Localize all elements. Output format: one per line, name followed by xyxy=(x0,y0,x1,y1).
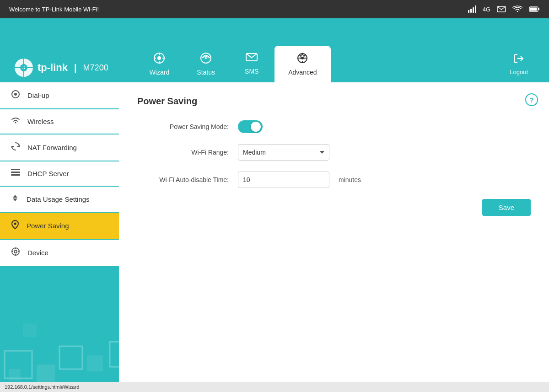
tab-sms-label: SMS xyxy=(245,68,258,75)
tab-sms[interactable]: SMS xyxy=(229,46,274,82)
tab-advanced[interactable]: Advanced xyxy=(274,46,330,82)
minutes-suffix: minutes xyxy=(339,176,361,183)
powersaving-icon xyxy=(11,220,19,231)
logout-icon xyxy=(513,53,524,67)
battery-icon xyxy=(529,6,540,12)
sidebar-item-device[interactable]: Device xyxy=(0,240,119,266)
wifi-range-row: Wi-Fi Range: Short Medium Long xyxy=(137,144,531,161)
auto-disable-time-row: Wi-Fi Auto-disable Time: minutes xyxy=(137,172,531,188)
dialup-icon xyxy=(11,90,20,101)
toggle-track xyxy=(238,120,263,133)
sidebar-item-wireless[interactable]: Wireless xyxy=(0,109,119,134)
svg-point-32 xyxy=(14,223,16,225)
auto-disable-time-input[interactable] xyxy=(238,172,329,188)
sidebar-item-powersaving[interactable]: Power Saving xyxy=(0,213,119,239)
header: tp-link | M7200 Wizard Status SMS xyxy=(0,18,549,82)
data-icon xyxy=(11,194,19,204)
dhcp-icon xyxy=(11,169,20,178)
sidebar-item-nat[interactable]: NAT Forwarding xyxy=(0,134,119,161)
svg-rect-27 xyxy=(11,169,20,170)
network-type: 4G xyxy=(483,6,490,13)
power-saving-mode-label: Power Saving Mode: xyxy=(137,123,229,130)
sidebar-item-nat-label: NAT Forwarding xyxy=(27,144,77,151)
sidebar-item-dialup-label: Dial-up xyxy=(27,91,49,99)
svg-rect-2 xyxy=(538,8,539,10)
content-panel: Power Saving ? Power Saving Mode: Wi-Fi … xyxy=(119,82,549,392)
url-bar: 192.168.0.1/settings.html#Wizard xyxy=(0,382,549,392)
status-icon xyxy=(200,52,212,67)
mail-icon xyxy=(497,6,506,12)
nav-tabs: Wizard Status SMS Advanced xyxy=(136,46,503,82)
logout-label: Logout xyxy=(510,69,528,75)
tab-wizard-label: Wizard xyxy=(150,69,170,76)
help-icon[interactable]: ? xyxy=(525,93,538,106)
wifi-range-label: Wi-Fi Range: xyxy=(137,149,229,156)
sidebar-item-data[interactable]: Data Usage Settings xyxy=(0,187,119,212)
sidebar-item-data-label: Data Usage Settings xyxy=(27,195,90,203)
wifi-range-select[interactable]: Short Medium Long xyxy=(238,144,329,161)
logout-button[interactable]: Logout xyxy=(502,46,535,82)
logo-text: tp-link | M7200 xyxy=(38,62,108,74)
svg-point-26 xyxy=(14,93,17,96)
svg-point-10 xyxy=(157,56,161,60)
tab-advanced-label: Advanced xyxy=(288,69,317,76)
url-text: 192.168.0.1/settings.html#Wizard xyxy=(5,384,79,390)
svg-rect-28 xyxy=(11,172,20,173)
panel-title: Power Saving xyxy=(137,96,531,107)
tab-wizard[interactable]: Wizard xyxy=(136,46,183,82)
logo-icon xyxy=(14,58,34,78)
auto-disable-time-label: Wi-Fi Auto-disable Time: xyxy=(137,176,229,183)
svg-point-34 xyxy=(14,250,17,253)
toggle-thumb xyxy=(251,122,261,132)
power-saving-toggle[interactable] xyxy=(238,120,263,133)
status-bar: Welcome to TP-Link Mobile Wi-Fi! 4G xyxy=(0,0,549,18)
sidebar-item-dialup[interactable]: Dial-up xyxy=(0,82,119,108)
logo-area: tp-link | M7200 xyxy=(14,58,108,78)
main-content: Dial-up Wireless NAT Forwarding DHCP Ser… xyxy=(0,82,549,392)
sidebar-item-wireless-label: Wireless xyxy=(27,118,54,125)
status-icons: 4G xyxy=(468,5,540,13)
sidebar-item-dhcp[interactable]: DHCP Server xyxy=(0,161,119,186)
wireless-icon xyxy=(11,117,20,126)
wizard-icon xyxy=(153,52,165,67)
sidebar-item-device-label: Device xyxy=(27,249,48,257)
sidebar-item-powersaving-label: Power Saving xyxy=(27,222,69,230)
power-saving-mode-row: Power Saving Mode: xyxy=(137,120,531,133)
svg-rect-29 xyxy=(11,174,20,176)
advanced-icon xyxy=(296,52,308,67)
tab-status-label: Status xyxy=(197,69,215,76)
device-icon xyxy=(11,247,20,258)
svg-point-19 xyxy=(301,57,304,59)
tab-status[interactable]: Status xyxy=(183,46,229,82)
nat-icon xyxy=(11,142,20,153)
sidebar: Dial-up Wireless NAT Forwarding DHCP Ser… xyxy=(0,82,119,392)
welcome-text: Welcome to TP-Link Mobile Wi-Fi! xyxy=(9,6,99,13)
svg-marker-31 xyxy=(13,199,17,201)
svg-rect-3 xyxy=(530,8,537,11)
sidebar-item-dhcp-label: DHCP Server xyxy=(27,170,69,177)
svg-marker-30 xyxy=(13,195,17,198)
wifi-status-icon xyxy=(512,5,522,13)
sms-icon xyxy=(246,53,258,66)
svg-point-16 xyxy=(205,57,207,59)
save-button[interactable]: Save xyxy=(482,199,531,216)
signal-icon xyxy=(468,5,476,13)
